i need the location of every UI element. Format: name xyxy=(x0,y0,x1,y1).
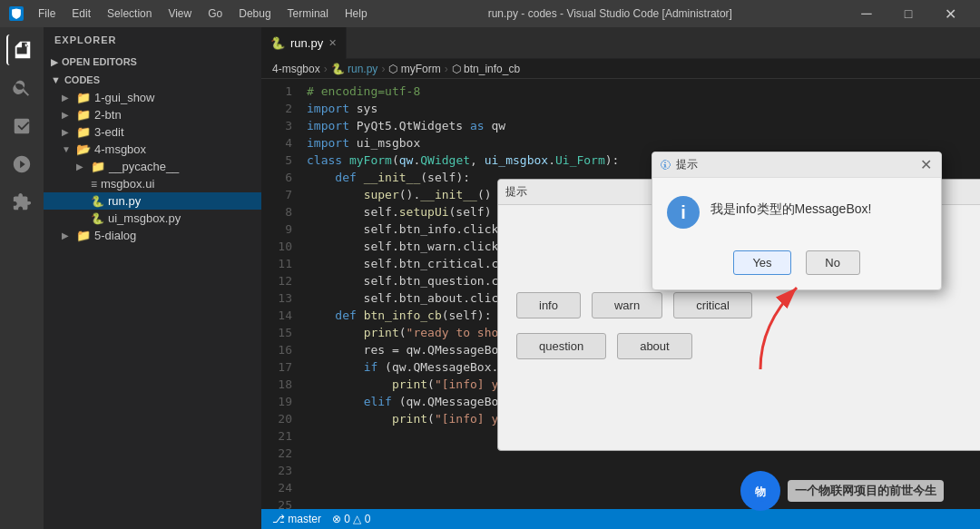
menu-debug[interactable]: Debug xyxy=(231,7,278,20)
qt-button-row-2: question about xyxy=(516,333,980,359)
win-maximize[interactable]: □ xyxy=(887,0,929,27)
sidebar: EXPLORER ▶ OPEN EDITORS ▼ CODES ▶ 📁 1-gu… xyxy=(44,27,261,529)
qt-button-row-1: info warn critical xyxy=(516,292,980,318)
window-title: run.py - codes - Visual Studio Code [Adm… xyxy=(375,7,846,20)
qt-warn-button[interactable]: warn xyxy=(592,292,662,318)
folder-icon: 📁 xyxy=(76,125,91,139)
msgbox-no-button[interactable]: No xyxy=(806,250,860,275)
menu-selection[interactable]: Selection xyxy=(100,7,159,20)
qt-info-button[interactable]: info xyxy=(516,292,581,318)
sidebar-item-label: run.py xyxy=(108,194,141,208)
sidebar-item-1-gui-show[interactable]: ▶ 📁 1-gui_show xyxy=(44,89,261,106)
win-minimize[interactable]: ─ xyxy=(846,0,887,27)
sidebar-item-label: 3-edit xyxy=(94,125,124,139)
sidebar-item-3-edit[interactable]: ▶ 📁 3-edit xyxy=(44,123,261,141)
activity-explorer[interactable] xyxy=(6,34,37,65)
sidebar-item-label: msgbox.ui xyxy=(101,177,154,191)
msgbox-close-button[interactable]: ✕ xyxy=(917,157,934,173)
activity-extensions[interactable] xyxy=(6,187,37,218)
msgbox-info-icon: i xyxy=(667,196,700,229)
tab-close-button[interactable]: ✕ xyxy=(328,37,337,49)
editor-area: 🐍 run.py ✕ 4-msgbox › 🐍 run.py › ⬡ myFor… xyxy=(261,27,980,529)
codes-arrow: ▼ xyxy=(51,74,61,85)
sidebar-item-5-dialog[interactable]: ▶ 📁 5-dialog xyxy=(44,227,261,244)
breadcrumb-part3: ⬡ myForm xyxy=(388,63,440,75)
menu-edit[interactable]: Edit xyxy=(64,7,98,20)
statusbar: ⎇ master ⊗ 0 △ 0 xyxy=(261,509,980,529)
menu-go[interactable]: Go xyxy=(201,7,230,20)
sidebar-item-2-btn[interactable]: ▶ 📁 2-btn xyxy=(44,106,261,123)
qt-back-title: 提示 xyxy=(505,184,527,200)
qt-question-button[interactable]: question xyxy=(516,333,606,359)
menu-view[interactable]: View xyxy=(161,7,199,20)
msgbox-body: i 我是info类型的MessageBox! xyxy=(652,178,941,243)
explorer-header: EXPLORER xyxy=(44,27,261,53)
codes-label-text: CODES xyxy=(64,74,100,85)
sidebar-item-label: ui_msgbox.py xyxy=(108,211,181,225)
tab-run-py[interactable]: 🐍 run.py ✕ xyxy=(261,27,347,59)
qt-critical-button[interactable]: critical xyxy=(673,292,752,318)
folder-open-icon: 📂 xyxy=(76,142,91,156)
breadcrumb: 4-msgbox › 🐍 run.py › ⬡ myForm › ⬡ btn_i… xyxy=(261,59,980,79)
ui-file-icon: ≡ xyxy=(91,178,97,191)
tab-file-icon: 🐍 xyxy=(270,36,285,50)
sidebar-item-4-msgbox[interactable]: ▼ 📂 4-msgbox xyxy=(44,141,261,158)
sidebar-item-label: 4-msgbox xyxy=(94,142,146,156)
python-file-icon: 🐍 xyxy=(91,212,104,225)
folder-icon: 📁 xyxy=(91,160,105,173)
msgbox-icon-letter: i xyxy=(681,202,686,223)
codes-section[interactable]: ▼ CODES xyxy=(44,71,261,89)
python-file-icon: 🐍 xyxy=(91,195,104,208)
menu-file[interactable]: File xyxy=(31,7,63,20)
win-close[interactable]: ✕ xyxy=(929,0,971,27)
sidebar-item-pycache[interactable]: ▶ 📁 __pycache__ xyxy=(44,158,261,175)
folder-icon: 📁 xyxy=(76,229,91,242)
msgbox-title-text: 提示 xyxy=(676,157,698,172)
breadcrumb-part4: ⬡ btn_info_cb xyxy=(452,63,520,75)
activity-debug[interactable] xyxy=(6,149,37,180)
activity-search[interactable] xyxy=(6,73,37,103)
sidebar-item-msgbox-ui[interactable]: ▶ ≡ msgbox.ui xyxy=(44,175,261,192)
sidebar-item-label: 1-gui_show xyxy=(94,91,155,104)
activity-bar xyxy=(0,27,44,529)
msgbox-titlebar-left: 🛈 提示 xyxy=(660,157,698,172)
folder-icon: 📁 xyxy=(76,91,91,104)
status-errors: ⊗ 0 △ 0 xyxy=(332,513,370,525)
activity-scm[interactable] xyxy=(6,111,37,142)
menu-help[interactable]: Help xyxy=(338,7,375,20)
open-editors-label: OPEN EDITORS xyxy=(62,56,137,67)
breadcrumb-part1: 4-msgbox xyxy=(272,63,320,75)
tabbar: 🐍 run.py ✕ xyxy=(261,27,980,59)
folder-icon: 📁 xyxy=(76,108,91,122)
tab-filename: run.py xyxy=(290,36,323,50)
sidebar-item-ui-msgbox-py[interactable]: ▶ 🐍 ui_msgbox.py xyxy=(44,210,261,227)
breadcrumb-part2: 🐍 run.py xyxy=(331,63,378,75)
open-editors-arrow: ▶ xyxy=(51,57,58,67)
msgbox-yes-button[interactable]: Yes xyxy=(733,250,790,275)
menu-terminal[interactable]: Terminal xyxy=(280,7,336,20)
sidebar-item-label: 5-dialog xyxy=(94,229,136,242)
titlebar: File Edit Selection View Go Debug Termin… xyxy=(0,0,980,27)
sidebar-item-run-py[interactable]: ▶ 🐍 run.py xyxy=(44,192,261,210)
line-numbers: 12345 678910 1112131415 1617181920 21222… xyxy=(261,79,299,509)
msgbox-title-icon: 🛈 xyxy=(660,159,671,171)
sidebar-item-label: 2-btn xyxy=(94,108,122,122)
status-branch: ⎇ master xyxy=(272,513,321,525)
sidebar-item-label: __pycache__ xyxy=(109,160,179,173)
msgbox-dialog: 🛈 提示 ✕ i 我是info类型的MessageBox! Yes No xyxy=(652,152,942,290)
msgbox-buttons: Yes No xyxy=(652,243,941,289)
msgbox-message: 我是info类型的MessageBox! xyxy=(710,196,871,218)
qt-about-button[interactable]: about xyxy=(617,333,692,359)
msgbox-titlebar: 🛈 提示 ✕ xyxy=(652,152,941,178)
menu-bar[interactable]: File Edit Selection View Go Debug Termin… xyxy=(31,7,375,20)
open-editors-section[interactable]: ▶ OPEN EDITORS xyxy=(44,53,261,71)
code-editor: 12345 678910 1112131415 1617181920 21222… xyxy=(261,79,980,509)
